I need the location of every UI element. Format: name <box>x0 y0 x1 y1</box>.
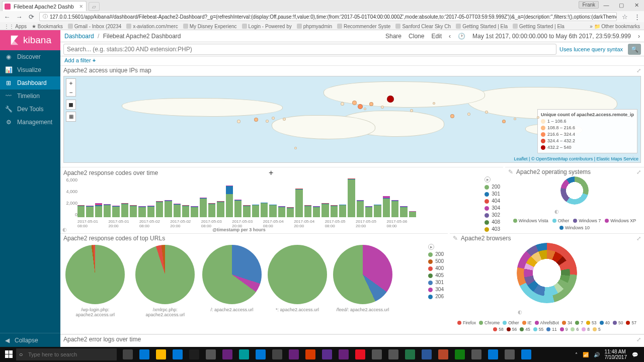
map-box-button[interactable]: ▦ <box>66 112 76 122</box>
tray-wifi-icon[interactable]: 📶 <box>583 352 589 357</box>
pie-chart[interactable]: /: apache2.access.url <box>202 245 262 312</box>
back-button[interactable]: ← <box>3 13 11 21</box>
taskbar-app-13[interactable] <box>336 347 352 361</box>
bar-chart[interactable] <box>77 177 418 217</box>
reload-button[interactable]: ⟳ <box>27 13 35 21</box>
taskbar-app-1[interactable] <box>136 347 152 361</box>
taskbar-app-21[interactable] <box>468 347 485 361</box>
taskbar-app-11[interactable] <box>302 347 318 361</box>
edit-link[interactable]: Edit <box>431 33 442 40</box>
taskbar-app-8[interactable] <box>253 347 269 361</box>
panel-expand-icon[interactable]: ⤢ <box>636 67 641 74</box>
taskbar-search[interactable] <box>16 348 117 360</box>
panel-expand-icon[interactable]: ⤢ <box>636 336 641 343</box>
clone-link[interactable]: Clone <box>409 33 424 40</box>
bookmark-item[interactable]: Getting Started | Ela <box>513 24 565 29</box>
map-zoom[interactable]: +− <box>66 78 76 97</box>
taskbar-app-18[interactable] <box>419 347 435 361</box>
bookmark-item[interactable]: x-aviation.com/merc <box>126 24 178 29</box>
taskbar-app-9[interactable] <box>269 347 285 361</box>
time-range[interactable]: May 1st 2017, 00:00:00.000 to May 6th 20… <box>472 33 631 40</box>
taskbar-app-10[interactable] <box>286 347 302 361</box>
taskbar-app-4[interactable] <box>186 347 202 361</box>
sidebar-item-visualize[interactable]: 📊 Visualize <box>0 63 60 76</box>
address-bar: ← → ⟳ ⓘ 127.0.0.1:5601/app/kibana#/dashb… <box>0 11 644 22</box>
other-bookmarks[interactable]: » 📁 Other bookmarks <box>590 24 640 29</box>
window-controls: — ▢ ✕ <box>599 0 644 10</box>
taskbar-app-7[interactable] <box>236 347 252 361</box>
minimize-button[interactable]: — <box>599 0 614 10</box>
bookmark-item[interactable]: phpmyadmin <box>297 24 332 29</box>
crumb-root[interactable]: Dashboard <box>64 33 94 40</box>
taskbar-app-5[interactable] <box>203 347 219 361</box>
add-filter-link[interactable]: Add a filter + <box>64 57 96 63</box>
lucene-hint[interactable]: Uses lucene query syntax <box>559 46 623 52</box>
tab-close-icon[interactable]: × <box>79 3 83 10</box>
pie-chart[interactable]: /xmlrpc.php: apache2.access.url <box>134 245 196 317</box>
taskbar-app-15[interactable] <box>369 347 385 361</box>
time-prev-icon[interactable]: ‹ <box>449 33 451 40</box>
browser-profile[interactable]: Frank <box>579 1 599 9</box>
star-button[interactable]: ☆ <box>621 13 629 21</box>
close-button[interactable]: ✕ <box>629 0 644 10</box>
tray-volume-icon[interactable]: 🔊 <box>594 352 600 357</box>
taskbar-app-17[interactable] <box>402 347 418 361</box>
os-donut-chart[interactable] <box>560 176 589 205</box>
taskbar-app-16[interactable] <box>385 347 401 361</box>
taskbar-app-20[interactable] <box>452 347 468 361</box>
kibana-logo[interactable]: kibana <box>0 30 60 50</box>
panel-expand-icon[interactable]: ⤢ <box>636 169 641 175</box>
forward-button[interactable]: → <box>15 13 23 21</box>
taskbar-app-14[interactable] <box>352 347 368 361</box>
system-tray[interactable]: ˄ 📶 🔊 11:48 AM7/10/2017 💬 <box>575 349 642 360</box>
taskbar-app-12[interactable] <box>319 347 335 361</box>
sidebar-item-dev-tools[interactable]: 🔧 Dev Tools <box>0 103 60 116</box>
bookmark-item[interactable]: Sanford Clear Sky Ch <box>395 24 451 29</box>
search-input[interactable] <box>63 44 556 55</box>
panel-edit-icon[interactable]: ✎ <box>453 235 458 242</box>
bookmark-item[interactable]: Getting Started | Ela <box>456 24 508 29</box>
taskbar-app-19[interactable] <box>435 347 451 361</box>
legend-collapse-icon[interactable]: ◐ <box>554 209 559 214</box>
tray-up-icon[interactable]: ˄ <box>575 352 578 357</box>
tray-notifications-icon[interactable]: 💬 <box>632 352 638 357</box>
pie-chart[interactable]: /feed/: apache2.access.url <box>333 245 392 312</box>
search-submit-button[interactable]: 🔍 <box>628 44 641 55</box>
sidebar-item-dashboard[interactable]: ⊞ Dashboard <box>0 76 60 89</box>
map-canvas[interactable]: +− ◼ ▦ Unique count of apache2.access.re… <box>63 76 641 163</box>
time-next-icon[interactable]: › <box>638 33 640 40</box>
browsers-donut-chart[interactable] <box>517 243 577 303</box>
panel-collapse-icon[interactable]: ◐ <box>62 227 67 232</box>
taskbar-app-2[interactable] <box>153 347 169 361</box>
menu-button[interactable]: ⋮ <box>633 13 641 21</box>
new-tab-button[interactable]: ▱ <box>89 2 100 11</box>
sidebar-item-management[interactable]: ⚙ Management <box>0 116 60 129</box>
taskbar-app-0[interactable] <box>120 347 136 361</box>
taskbar-app-3[interactable] <box>170 347 186 361</box>
taskbar-app-22[interactable] <box>485 347 501 361</box>
bookmark-item[interactable]: My Disney Experienc <box>183 24 237 29</box>
map-fit-button[interactable]: ◼ <box>66 100 76 110</box>
sidebar-item-timelion[interactable]: 〰 Timelion <box>0 89 60 103</box>
browser-tab[interactable]: Filebeat Apache2 Dashb × <box>2 1 87 11</box>
svg-rect-1 <box>9 350 13 354</box>
bookmark-item[interactable]: Gmail - Inbox (20234 <box>68 24 121 29</box>
maximize-button[interactable]: ▢ <box>614 0 629 10</box>
panel-expand-icon[interactable]: ⤢ <box>636 235 641 242</box>
bookmark-item[interactable]: Login - Powered by <box>242 24 292 29</box>
start-button[interactable] <box>2 347 16 361</box>
apps-button[interactable]: ⋮⋮ Apps <box>4 24 27 29</box>
legend-collapse-icon[interactable]: ◐ <box>518 309 522 315</box>
pie-chart[interactable]: /wp-login.php: apache2.access.url <box>62 245 128 317</box>
panel-response-time: Apache2 response codes over time + 6,000… <box>60 167 503 232</box>
taskbar-app-23[interactable] <box>502 347 518 361</box>
panel-edit-icon[interactable]: ✎ <box>508 168 513 175</box>
share-link[interactable]: Share <box>385 33 401 40</box>
pie-chart[interactable]: *: apache2.access.url <box>268 245 327 312</box>
taskbar-app-24[interactable] <box>518 347 534 361</box>
bookmark-item[interactable]: Recommender Syste <box>337 24 390 29</box>
taskbar-app-6[interactable] <box>219 347 235 361</box>
sidebar-item-discover[interactable]: ◉ Discover <box>0 50 60 63</box>
url-field[interactable]: ⓘ 127.0.0.1:5601/app/kibana#/dashboard/F… <box>39 12 617 21</box>
sidebar-collapse[interactable]: ◀ Collapse <box>0 333 60 347</box>
